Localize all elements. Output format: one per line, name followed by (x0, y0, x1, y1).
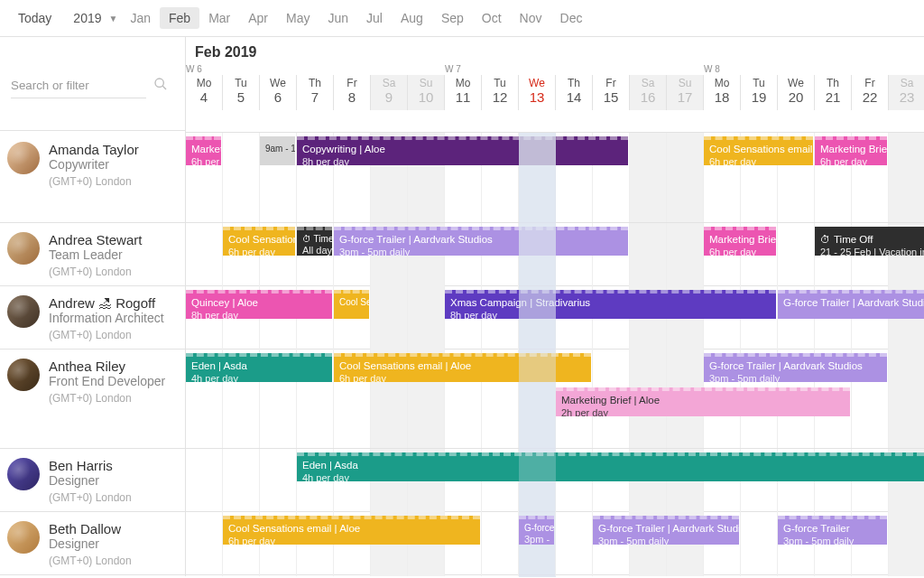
schedule-bar[interactable]: Cool Sensations email | Aloe6h per day (704, 136, 813, 165)
avatar (7, 232, 40, 265)
schedule-bar[interactable]: G-force Trailer | Aardvark Studios (778, 290, 924, 319)
day-header[interactable]: Tu12 (482, 75, 519, 110)
schedule-bar[interactable]: Cool Sensations email | Aloe6h per day (223, 516, 480, 545)
person-name: Ben Harris (49, 458, 132, 473)
avatar (7, 295, 40, 328)
person-row: Beth DallowDesigner(GMT+0) LondonCool Se… (0, 512, 924, 575)
schedule-bar[interactable]: G-force Trailer | Aardvark Studios3pm - … (334, 227, 628, 256)
svg-line-1 (162, 86, 166, 89)
person-name: Amanda Taylor (49, 142, 139, 157)
schedule-bar[interactable]: Eden | Asda4h per day (297, 452, 924, 481)
day-header[interactable]: Th14 (556, 75, 593, 110)
person-name: Andrea Stewart (49, 232, 142, 247)
schedule-bar[interactable]: Marketing Brief6h per day (704, 227, 776, 256)
person-sidebar[interactable]: Andrea StewartTeam Leader(GMT+0) London (0, 223, 185, 287)
schedule-lane[interactable]: Cool Sensations6h per day⏱ TimeAll dayG-… (185, 223, 924, 287)
month-tab-jan[interactable]: Jan (121, 7, 160, 29)
month-tab-oct[interactable]: Oct (473, 7, 511, 29)
day-header[interactable]: Th7 (297, 75, 334, 110)
day-header[interactable]: Mo18 (704, 75, 741, 110)
avatar (7, 359, 40, 391)
person-sidebar[interactable]: Amanda TaylorCopywriter(GMT+0) London (0, 133, 185, 222)
today-button[interactable]: Today (9, 7, 60, 29)
schedule-bar[interactable]: Marketing Brief6h per day (186, 136, 221, 165)
schedule-bar[interactable]: G-force Trailer | Aardvark Studios3pm - … (593, 516, 739, 545)
person-tz: (GMT+0) London (49, 392, 165, 405)
day-header[interactable]: Mo4 (186, 75, 223, 110)
person-sidebar[interactable]: Anthea RileyFront End Developer(GMT+0) L… (0, 350, 185, 448)
person-tz: (GMT+0) London (49, 175, 139, 188)
day-header[interactable]: Su10 (408, 75, 445, 110)
day-header[interactable]: Tu19 (741, 75, 778, 110)
person-role: Copywriter (49, 157, 139, 172)
schedule-bar[interactable]: ⏱ Time Off21 - 25 Feb | Vacation in Pari… (815, 227, 924, 256)
person-row: Anthea RileyFront End Developer(GMT+0) L… (0, 350, 924, 449)
schedule-lane[interactable]: Marketing Brief6h per day9am - 1Copywrit… (185, 133, 924, 222)
month-tab-mar[interactable]: Mar (199, 7, 239, 29)
month-tab-aug[interactable]: Aug (392, 7, 432, 29)
schedule-bar[interactable]: Cool Sensations6h per day (223, 227, 295, 256)
schedule-lane[interactable]: Quincey | Aloe8h per dayCool SeXmas Camp… (185, 286, 924, 350)
day-header[interactable]: Sa16 (630, 75, 667, 110)
person-tz: (GMT+0) London (49, 266, 142, 278)
day-header[interactable]: Fr22 (852, 75, 889, 110)
month-tab-jun[interactable]: Jun (319, 7, 358, 29)
search-icon (153, 77, 168, 94)
person-role: Front End Developer (49, 374, 165, 388)
person-sidebar[interactable]: Ben HarrisDesigner(GMT+0) London (0, 449, 185, 513)
week-label: W 7 (445, 64, 461, 74)
svg-point-0 (155, 79, 163, 87)
year-selector[interactable]: 2019 (64, 7, 110, 29)
day-header[interactable]: Fr15 (593, 75, 630, 110)
schedule-bar[interactable]: Marketing Brief6h per day (815, 136, 887, 165)
person-role: Designer (49, 473, 132, 488)
month-tab-feb[interactable]: Feb (160, 7, 199, 29)
month-tab-nov[interactable]: Nov (511, 7, 551, 29)
month-navigation: Today 2019 ▼ JanFebMarAprMayJunJulAugSep… (0, 0, 924, 37)
month-tab-may[interactable]: May (277, 7, 319, 29)
chevron-down-icon: ▼ (109, 14, 118, 23)
person-tz: (GMT+0) London (49, 491, 132, 504)
day-header[interactable]: We20 (778, 75, 815, 110)
person-sidebar[interactable]: Andrew 🏖 RogoffInformation Architect(GMT… (0, 286, 185, 350)
day-header[interactable]: We6 (260, 75, 297, 110)
day-header[interactable]: Su17 (667, 75, 704, 110)
day-header[interactable]: Sa9 (371, 75, 408, 110)
schedule-bar[interactable]: G-force Trailer3pm - 5pm daily (778, 516, 887, 545)
month-tab-apr[interactable]: Apr (239, 7, 277, 29)
period-label: Feb 2019 (186, 37, 924, 64)
day-header[interactable]: Sa23 (889, 75, 924, 110)
schedule-bar[interactable]: Eden | Asda4h per day (186, 353, 332, 382)
schedule-bar[interactable]: Cool Se (334, 290, 369, 319)
person-tz: (GMT+0) London (49, 329, 164, 341)
search-area (0, 37, 185, 131)
schedule-lane[interactable]: Cool Sensations email | Aloe6h per dayG-… (185, 512, 924, 576)
person-sidebar[interactable]: Beth DallowDesigner(GMT+0) London (0, 512, 185, 576)
search-input[interactable] (11, 73, 146, 98)
month-tab-sep[interactable]: Sep (432, 7, 473, 29)
day-header[interactable]: We13 (519, 75, 556, 110)
month-tab-jul[interactable]: Jul (357, 7, 392, 29)
schedule-bar[interactable]: G-force Trailer | Aardvark Studios3pm - … (704, 353, 887, 382)
schedule-lane[interactable]: Eden | Asda4h per day (185, 449, 924, 513)
schedule-bar[interactable]: ⏱ TimeAll day (297, 227, 332, 256)
schedule-bar[interactable]: 9am - 1 (260, 136, 295, 165)
schedule-lane[interactable]: Eden | Asda4h per dayCool Sensations ema… (185, 350, 924, 448)
schedule-bar[interactable]: G-force3pm - (519, 516, 554, 545)
schedule-bar[interactable]: Marketing Brief | Aloe2h per day (556, 387, 850, 416)
day-header[interactable]: Fr8 (334, 75, 371, 110)
week-label: W 8 (704, 64, 720, 74)
schedule-bar[interactable]: Copywriting | Aloe8h per day (297, 136, 628, 165)
month-tab-dec[interactable]: Dec (551, 7, 592, 29)
person-role: Team Leader (49, 247, 142, 262)
day-header[interactable]: Mo11 (445, 75, 482, 110)
person-role: Designer (49, 536, 132, 551)
person-row: Ben HarrisDesigner(GMT+0) LondonEden | A… (0, 449, 924, 512)
day-header[interactable]: Tu5 (223, 75, 260, 110)
schedule-bar[interactable]: Xmas Campaign | Stradivarius8h per day (445, 290, 776, 319)
day-header[interactable]: Th21 (815, 75, 852, 110)
timeline-header: Feb 2019 W 6W 7W 8 Mo4Tu5We6Th7Fr8Sa9Su1… (185, 37, 924, 133)
avatar (7, 458, 40, 490)
schedule-bar[interactable]: Cool Sensations email | Aloe6h per day (334, 353, 591, 382)
schedule-bar[interactable]: Quincey | Aloe8h per day (186, 290, 332, 319)
